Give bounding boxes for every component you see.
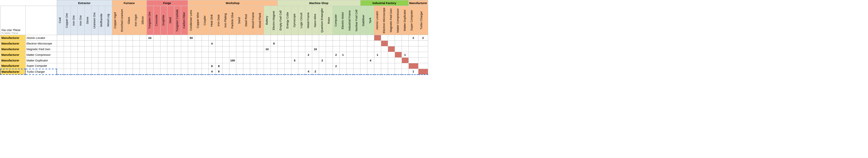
col-coal: Coal [57,6,64,35]
row-turbo-charger: Manufacturer Turbo Charger 48 4 2 1 [0,69,428,74]
row-item-magnetic-fied-gen: Magnetic Fied Gen [25,46,57,52]
col-turbo-charger: Turbo Charger [418,6,428,35]
cat-furnace: Furnace [112,0,146,6]
col-nuclear-fuel-cell: Nuclear Fuel Cell [353,6,360,35]
col-industrial-frame: Industrial Frame [346,6,353,35]
col-stone: Stone [84,6,91,35]
col-condenser-lens: Condenser Lens [188,6,195,35]
row-matter-duplicator: Manufacturer Matter Duplicator 100 5 2 4 [0,58,428,63]
col-computer: Computer [333,6,340,35]
row-cat-electron-microscope: Manufacturer [0,41,25,46]
row-cat-magnetic-fied-gen: Manufacturer [0,46,25,52]
col-iron-plating: Iron Plating [222,6,229,35]
col-uranium-ore: Uranium Ore [91,6,98,35]
col-carbon-fiber: Carbon Fiber [181,6,188,35]
row-cat-matter-compressor: Manufacturer [0,52,25,58]
row-item-matter-compressor: Matter Compressor [25,52,57,58]
col-electron-microscope: Electron Microscope [381,6,388,35]
col-quantum-entangler: Quantum Entangler [319,6,326,35]
col-heat-sink: Heat Sink [209,6,215,35]
row-super-computer: Manufacturer Super Computer 88 2 [0,63,428,69]
col-rotor: Rotor [326,6,333,35]
row-item-super-computer: Super Computer [25,63,57,69]
col-steel: Steel [167,6,174,35]
row-item-matter-duplicator: Matter Duplicator [25,58,57,63]
cat-workshop: Workshop [188,0,277,6]
col-electric-motor: Electric Motor [340,6,346,35]
col-sand: Sand [236,6,243,35]
col-wood-plank: Wood Plank [257,6,264,35]
cat-manufacturer: Manufacturer [408,0,428,6]
main-table-container: Extractor Furnace Forge Workshop Machine… [0,0,868,75]
row-cat-matter-duplicator: Manufacturer [0,58,25,63]
col-tungsten-ore: Tungsten Ore [146,6,153,35]
row-cat-atomic-locator: Manufacturer [0,35,25,41]
col-wood-log: Wood Log [105,6,112,35]
col-logic-circuit: Logic Circuit [298,6,305,35]
col-electro-magnet: Electro-Magnet [271,6,277,35]
row-item-turbo-charger: Turbo Charger [25,69,57,74]
row-item-electron-microscope: Electron Microscope [25,41,57,46]
col-graphite: Graphite [160,6,167,35]
col-matter-duplicator: Matter Duplicator [402,6,408,35]
col-matter-compressor: Matter Compressor [395,6,402,35]
col-concrete: Concrete [153,6,160,35]
row-magnetic-fied-gen: Manufacturer Magnetic Fied Gen 10 10 [0,46,428,52]
cat-industrial: Industrial Factory [360,0,408,6]
col-iron-ore-2: Iron Ore [78,6,84,35]
row-item-atomic-locator: Atomic Locator [25,35,57,41]
col-coupler: Coupler [202,6,209,35]
col-iron-ingot: Iron Ingot [133,6,140,35]
col-wood-frame: Wood Frame [250,6,257,35]
col-super-computer: Super Computer [408,6,418,35]
col-steel-rod: Steel Rod [243,6,250,35]
col-battery: Battery [264,6,271,35]
cat-machine-shop: Machine Shop [277,0,360,6]
col-gyroscope: Gyroscope [291,6,298,35]
col-particle-glue: Particle Glue [229,6,236,35]
col-copper-ingot: Copper Ingot [112,6,119,35]
col-stabiliser: Stabiliser [360,6,367,35]
row-atomic-locator: Manufacturer Atomic Locator 24 50 22 [0,35,428,41]
cat-extractor: Extractor [57,0,112,6]
category-header-row: Extractor Furnace Forge Workshop Machine… [0,0,428,6]
col-metal-frame: Metal Frame [305,6,312,35]
to-make-these-label: To Make These [1,32,25,34]
col-enriched-uranium: Enriched Uranium [119,6,126,35]
row-cat-super-computer: Manufacturer [0,63,25,69]
col-copper-wire: Copper Wire [195,6,202,35]
col-iron-ore-1: Iron Ore [70,6,78,35]
row-matter-compressor: Manufacturer Matter Compressor 2 21 1 [0,52,428,58]
col-tank: Tank [367,6,374,35]
col-energy-cube: Energy Cube [284,6,291,35]
col-atomic-locator: Atomic Locator [374,6,381,35]
col-nano-wire: Nano-Wire [312,6,319,35]
col-glass: Glass [126,6,133,35]
col-wolframite: Wolframite [98,6,105,35]
column-header-row: You Use These To Make These Coal Copper … [0,6,428,35]
col-magnetic-fied-gen: Magnetic Fied Gen [388,6,395,35]
col-iron-gear: Iron Gear [215,6,222,35]
you-use-these-label: You Use These [1,29,25,32]
recipe-table: Extractor Furnace Forge Workshop Machine… [0,0,428,75]
row-electron-microscope: Manufacturer Electron Microscope 4 8 [0,41,428,46]
col-copper-ore: Copper Ore [64,6,70,35]
col-tungsten-carbide: Tungsten Carbide [174,6,181,35]
col-empty-fuel-cell: Empty Fuel Cell [277,6,284,35]
row-cat-turbo-charger: Manufacturer [0,69,25,74]
col-silicon: Silicon [140,6,146,35]
cat-forge: Forge [146,0,188,6]
